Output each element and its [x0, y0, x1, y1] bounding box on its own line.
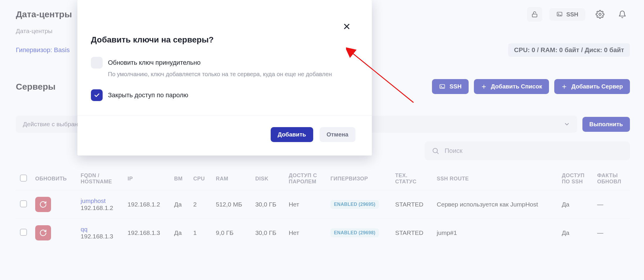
force-update-checkbox[interactable]	[91, 57, 103, 69]
close-password-checkbox[interactable]	[91, 89, 103, 101]
modal-cancel-button[interactable]: Отмена	[320, 127, 355, 142]
close-password-label: Закрыть доступ по паролю	[108, 91, 188, 99]
modal-title: Добавить ключи на серверы?	[91, 35, 355, 45]
force-update-hint: По умолчанию, ключ добавляется только на…	[108, 71, 355, 78]
force-update-label: Обновить ключ принудительно	[108, 59, 201, 66]
add-ssh-keys-modal: ✕ Добавить ключи на серверы? Обновить кл…	[77, 0, 372, 156]
modal-add-button[interactable]: Добавить	[271, 127, 313, 142]
close-icon[interactable]: ✕	[343, 21, 351, 32]
